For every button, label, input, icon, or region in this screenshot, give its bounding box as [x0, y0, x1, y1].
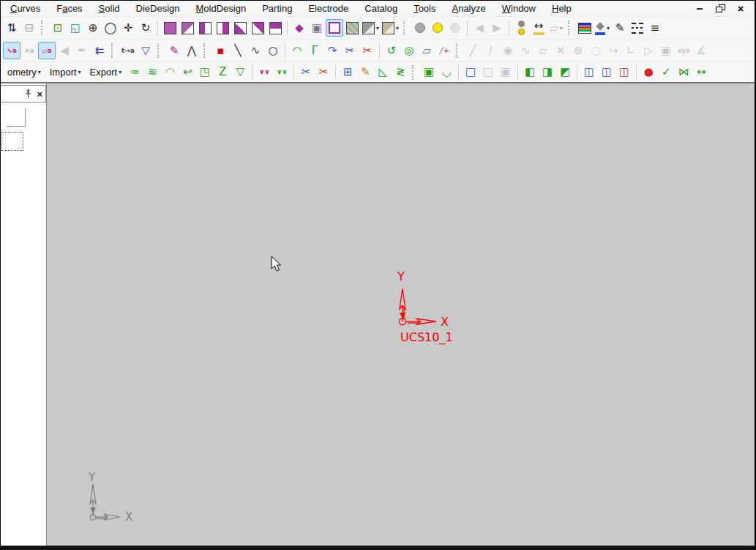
accept-body-icon[interactable]: ✓ [657, 64, 675, 81]
frame-box-icon[interactable]: ▣ [497, 64, 514, 81]
shaded-view-icon[interactable] [161, 19, 179, 37]
next-view-icon[interactable]: ▶ [488, 19, 506, 37]
sketch-segment-icon[interactable]: ∕ [482, 42, 499, 59]
delete-body-icon[interactable]: ● [640, 64, 657, 81]
sketch-circle-icon[interactable]: ◉ [499, 42, 517, 59]
zoom-in-out-icon[interactable]: ⊕ [84, 19, 102, 37]
menu-curves[interactable]: Curves [2, 1, 48, 15]
flatten-surface-icon[interactable]: ◺ [374, 64, 392, 81]
notch-solid-icon[interactable]: ◩ [556, 64, 574, 81]
wireframe-view-icon[interactable] [326, 19, 343, 37]
surface-loft-icon[interactable]: ≈ [126, 64, 143, 81]
rotate-view-icon[interactable]: ↻ [137, 19, 154, 37]
extend-curve-icon[interactable]: ↷ [323, 42, 341, 59]
pointer-mode-icon[interactable]: ▷ [640, 42, 657, 59]
replace-face-icon[interactable]: ≷ [392, 64, 409, 81]
silhouette-curve-icon[interactable]: ◎ [400, 42, 418, 59]
menu-electrode[interactable]: Electrode [300, 1, 356, 15]
insert-block-c-icon[interactable]: ◫ [615, 64, 633, 81]
offset-curve-icon[interactable]: ╱+ [435, 42, 453, 59]
named-view-icon[interactable]: ▣ [308, 19, 326, 37]
circle-icon[interactable]: ○ [264, 42, 282, 59]
untrim-surface-icon[interactable]: ✂ [315, 64, 332, 81]
wedge-solid-icon[interactable]: ◨ [539, 64, 556, 81]
front-view-icon[interactable] [196, 19, 214, 37]
point-icon[interactable]: ▪ [212, 42, 229, 59]
line-style-icon[interactable] [629, 19, 646, 37]
light-on-icon[interactable] [429, 19, 446, 37]
pen-color-icon[interactable]: ✎ [611, 19, 629, 37]
menu-solid[interactable]: Solid [91, 1, 128, 15]
geometry-menu-button[interactable]: ometry▾ [3, 64, 45, 81]
tree-node[interactable] [1, 132, 23, 151]
menu-window[interactable]: Window [494, 1, 544, 15]
unknit-surface-icon[interactable]: ∨∨ [273, 64, 291, 81]
panel-close-icon[interactable]: × [37, 89, 42, 99]
export-menu-button[interactable]: Export▾ [86, 64, 127, 81]
flatten-curve-icon[interactable]: ▱ [418, 42, 435, 59]
corner-solid-icon[interactable]: ◧ [521, 64, 539, 81]
knit-surface-icon[interactable]: ∨∨ [255, 64, 273, 81]
angle-point-icon[interactable]: ∡ [692, 42, 710, 59]
selection-filter-icon[interactable]: ▽ [137, 42, 154, 59]
rebuild-icon[interactable]: ⇅ [3, 19, 20, 37]
sketch-plane-icon[interactable]: ▱ [534, 42, 552, 59]
fillet-curve-icon[interactable]: ◠ [288, 42, 306, 59]
zoom-window-icon[interactable]: ◱ [67, 19, 84, 37]
surface-sweep-icon[interactable]: ≋ [143, 64, 161, 81]
project-curve-icon[interactable]: ↺ [383, 42, 400, 59]
previous-view-icon[interactable]: ◀ [471, 19, 488, 37]
new-cavity-icon[interactable]: ◡ [438, 64, 455, 81]
surface-funnel-icon[interactable]: ▽ [231, 64, 249, 81]
sketch-curve-icon[interactable]: ∿ [517, 42, 534, 59]
pin-icon[interactable] [24, 89, 32, 98]
sketch-line-icon[interactable]: ╱ [464, 42, 482, 59]
stretch-body-icon[interactable]: ↔ [692, 64, 710, 81]
edit-face-icon[interactable]: ✎ [356, 64, 374, 81]
xyz-point-icon[interactable]: xyz [675, 42, 692, 59]
right-view-icon[interactable] [249, 19, 266, 37]
normal-to-icon[interactable]: ◆ [291, 19, 308, 37]
delete-history-icon[interactable]: ⊟ [20, 19, 38, 37]
pan-icon[interactable]: ✛ [119, 19, 137, 37]
corner-curve-icon[interactable]: Γ [306, 42, 323, 59]
surface-fold-icon[interactable]: ◳ [196, 64, 214, 81]
menu-help[interactable]: Help [544, 1, 580, 15]
open-box-icon[interactable]: □ [462, 64, 479, 81]
axis-system-icon[interactable]: ∟ [622, 42, 640, 59]
midplane-icon[interactable]: Z [214, 64, 231, 81]
split-curve-icon[interactable]: ✂ [359, 42, 376, 59]
view-options-dropdown[interactable]: ▾ [381, 19, 400, 37]
trim-surface-icon[interactable]: ✂ [297, 64, 315, 81]
pick-light-icon[interactable] [446, 19, 464, 37]
erase-entity-icon[interactable]: ⊗ [569, 42, 587, 59]
graphics-viewport[interactable]: Y X UCS10_1 Y [47, 83, 755, 546]
insert-block-b-icon[interactable]: ◫ [598, 64, 615, 81]
magnifier-icon[interactable]: ◯ [102, 19, 119, 37]
rename-icon[interactable]: t→a [119, 42, 137, 59]
hide-names-icon[interactable]: ×a [20, 42, 38, 59]
edit-parting-icon[interactable]: ⋈ [675, 64, 692, 81]
probe-point-icon[interactable]: ↪ [605, 42, 622, 59]
face-names-toggle[interactable]: ▱a [38, 42, 56, 59]
grid-point-icon[interactable]: ▣ [657, 42, 675, 59]
menu-parting[interactable]: Parting [254, 1, 300, 15]
delete-entity-icon[interactable]: ✕ [552, 42, 569, 59]
select-chain-icon[interactable]: ◌ [587, 42, 605, 59]
lasso-select-icon[interactable]: ⋀ [183, 42, 201, 59]
display-style-dropdown[interactable]: ▾ [361, 19, 381, 37]
measure-icon[interactable]: ↔ [530, 19, 547, 37]
back-view-icon[interactable] [214, 19, 231, 37]
menu-analyze[interactable]: Analyze [444, 1, 493, 15]
menu-molddesign[interactable]: MoldDesign [188, 1, 255, 15]
menu-catalog[interactable]: Catalog [356, 1, 405, 15]
feature-tree-fragment[interactable] [1, 103, 46, 546]
box-tool-icon[interactable]: □ [479, 64, 497, 81]
surface-dome-icon[interactable]: ◠ [161, 64, 179, 81]
apply-color-icon[interactable]: ◀ [56, 42, 73, 59]
signature-icon[interactable]: ✒ [73, 42, 91, 59]
new-block-icon[interactable]: ▣ [420, 64, 438, 81]
fill-color-dropdown[interactable]: ◆▾ [594, 19, 611, 37]
zoom-fit-icon[interactable]: ⊡ [49, 19, 67, 37]
menu-tools[interactable]: Tools [405, 1, 444, 15]
